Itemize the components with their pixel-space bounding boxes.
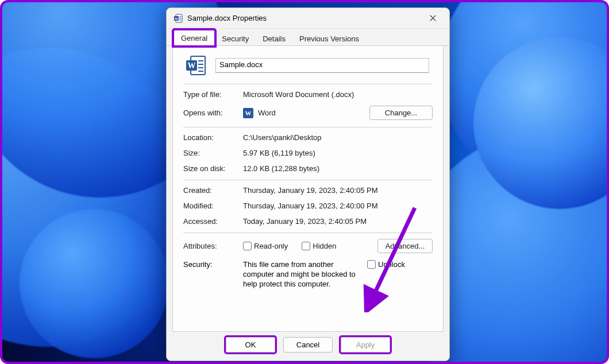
- filename-input[interactable]: Sample.docx: [215, 58, 429, 73]
- tab-bar: General Security Details Previous Versio…: [167, 29, 449, 46]
- unblock-checkbox[interactable]: Unblock: [367, 260, 405, 269]
- desktop-background: W Sample.docx Properties General Securit…: [0, 0, 609, 364]
- change-button[interactable]: Change...: [369, 106, 433, 120]
- location-value: C:\Users\panki\Desktop: [243, 133, 433, 142]
- created-value: Thursday, January 19, 2023, 2:40:05 PM: [243, 186, 433, 195]
- readonly-label: Read-only: [254, 242, 288, 250]
- size-value: 5.97 KB (6,119 bytes): [243, 149, 433, 157]
- created-label: Created:: [183, 186, 243, 195]
- svg-text:W: W: [188, 61, 196, 70]
- advanced-button[interactable]: Advanced...: [377, 239, 433, 253]
- dialog-footer: OK Cancel Apply: [167, 332, 449, 361]
- size-on-disk-value: 12.0 KB (12,288 bytes): [243, 164, 433, 173]
- location-label: Location:: [183, 133, 243, 142]
- properties-dialog: W Sample.docx Properties General Securit…: [166, 7, 450, 361]
- checkbox-icon: [243, 242, 252, 250]
- unblock-label: Unblock: [378, 260, 405, 269]
- modified-value: Thursday, January 19, 2023, 2:40:00 PM: [243, 202, 433, 210]
- tab-security[interactable]: Security: [215, 31, 256, 46]
- type-of-file-label: Type of file:: [183, 90, 243, 99]
- type-of-file-value: Microsoft Word Document (.docx): [243, 90, 433, 99]
- size-on-disk-label: Size on disk:: [183, 164, 243, 173]
- general-panel: W Sample.docx Type of file: Microsoft Wo…: [172, 46, 444, 332]
- accessed-label: Accessed:: [183, 217, 243, 226]
- tab-previous-versions[interactable]: Previous Versions: [292, 31, 366, 46]
- apply-button[interactable]: Apply: [341, 337, 390, 353]
- word-app-icon: W: [243, 108, 253, 118]
- ok-button[interactable]: OK: [226, 337, 275, 353]
- hidden-label: Hidden: [313, 242, 336, 250]
- accessed-value: Today, January 19, 2023, 2:40:05 PM: [243, 217, 433, 226]
- close-button[interactable]: [421, 10, 445, 26]
- opens-with-label: Opens with:: [183, 109, 243, 117]
- checkbox-icon: [302, 242, 310, 250]
- security-text: This file came from another computer and…: [243, 260, 364, 289]
- tab-general[interactable]: General: [174, 30, 215, 46]
- svg-text:W: W: [175, 17, 178, 20]
- readonly-checkbox[interactable]: Read-only: [243, 242, 288, 250]
- window-title: Sample.docx Properties: [187, 14, 421, 22]
- cancel-button[interactable]: Cancel: [283, 337, 333, 353]
- word-doc-large-icon: W: [184, 54, 207, 77]
- tab-details[interactable]: Details: [256, 31, 292, 46]
- size-label: Size:: [183, 149, 243, 157]
- checkbox-icon: [367, 260, 376, 269]
- security-label: Security:: [183, 260, 243, 269]
- titlebar[interactable]: W Sample.docx Properties: [167, 8, 449, 29]
- word-doc-icon: W: [174, 14, 183, 23]
- opens-with-value: Word: [258, 109, 276, 117]
- modified-label: Modified:: [183, 202, 243, 210]
- hidden-checkbox[interactable]: Hidden: [302, 242, 336, 250]
- attributes-label: Attributes:: [183, 242, 243, 250]
- svg-text:W: W: [245, 110, 252, 117]
